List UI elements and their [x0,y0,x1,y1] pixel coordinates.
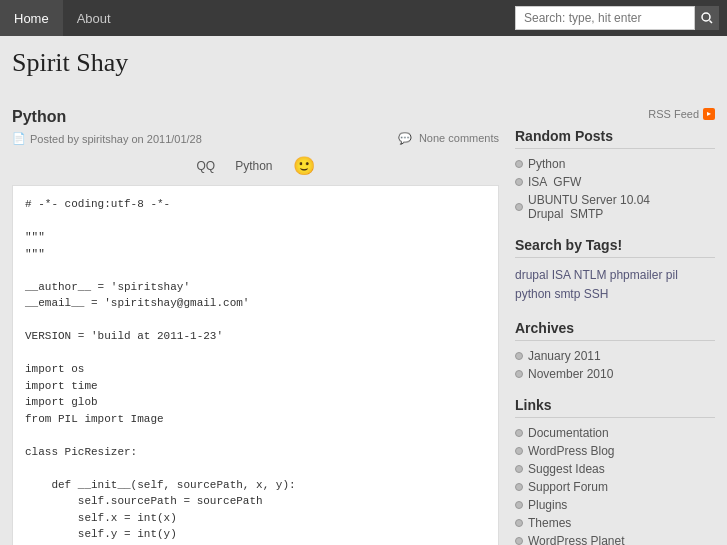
sidebar-section-tags: Search by Tags! drupal ISA NTLM phpmaile… [515,237,715,304]
sidebar-section-title-tags: Search by Tags! [515,237,715,258]
list-item: Support Forum [515,480,715,494]
post-meta-left: 📄 Posted by spiritshay on 2011/01/28 [12,132,202,145]
post-author: Posted by spiritshay on 2011/01/28 [30,133,202,145]
svg-point-0 [702,13,710,21]
archives-list: January 2011 November 2010 [515,349,715,381]
link-wordpress-planet[interactable]: WordPress Planet [528,534,625,545]
list-item: Themes [515,516,715,530]
post-meta: 📄 Posted by spiritshay on 2011/01/28 💬 N… [12,132,499,145]
link-suggest-ideas[interactable]: Suggest Ideas [528,462,605,476]
random-post-python[interactable]: Python [528,157,565,171]
tag-ssh[interactable]: SSH [584,287,609,301]
page-wrapper: Spirit Shay Python 📄 Posted by spiritsha… [0,36,727,545]
sidebar-section-title-random-posts: Random Posts [515,128,715,149]
sidebar-section-title-archives: Archives [515,320,715,341]
list-item: November 2010 [515,367,715,381]
tag-qq[interactable]: QQ [196,159,215,173]
search-area [515,0,727,36]
tag-phpmailer[interactable]: phpmailer [610,268,663,282]
list-item: WordPress Blog [515,444,715,458]
bullet-icon [515,429,523,437]
tag-python[interactable]: Python [235,159,272,173]
bullet-icon [515,465,523,473]
list-item: Python [515,157,715,171]
random-post-isa-gfw[interactable]: ISA GFW [528,175,581,189]
nav-tab-home[interactable]: Home [0,0,63,36]
site-title: Spirit Shay [0,36,727,78]
link-support-forum[interactable]: Support Forum [528,480,608,494]
nav-tab-about[interactable]: About [63,0,125,36]
bullet-icon [515,203,523,211]
sidebar: RSS Feed ▸ Random Posts Python ISA GFW U… [515,108,715,545]
main-content: Python 📄 Posted by spiritshay on 2011/01… [12,108,499,545]
tags-line: drupal ISA NTLM phpmailer pil python smt… [515,266,715,304]
link-wordpress-blog[interactable]: WordPress Blog [528,444,614,458]
archive-jan-2011[interactable]: January 2011 [528,349,601,363]
rss-label: RSS Feed [648,108,699,120]
post-tags-line: QQ Python 🙂 [12,155,499,177]
sidebar-section-title-links: Links [515,397,715,418]
rss-icon[interactable]: ▸ [703,108,715,120]
list-item: ISA GFW [515,175,715,189]
bullet-icon [515,370,523,378]
comment-icon: 💬 [398,132,412,144]
tag-isa[interactable]: ISA [552,268,571,282]
bullet-icon [515,447,523,455]
link-themes[interactable]: Themes [528,516,571,530]
content-area: Python 📄 Posted by spiritshay on 2011/01… [0,92,727,545]
code-block: # -*- coding:utf-8 -*- """ """ __author_… [12,185,499,545]
bullet-icon [515,537,523,545]
document-icon: 📄 [12,132,26,145]
sidebar-section-archives: Archives January 2011 November 2010 [515,320,715,381]
random-posts-list: Python ISA GFW UBUNTU Server 10.04 Drupa… [515,157,715,221]
link-documentation[interactable]: Documentation [528,426,609,440]
search-icon [701,12,713,24]
bullet-icon [515,483,523,491]
rss-area: RSS Feed ▸ [515,108,715,120]
list-item: January 2011 [515,349,715,363]
bullet-icon [515,178,523,186]
bullet-icon [515,352,523,360]
list-item: Documentation [515,426,715,440]
tag-smtp[interactable]: smtp [554,287,580,301]
post-comments-text: None comments [419,132,499,144]
bullet-icon [515,501,523,509]
tag-ntlm[interactable]: NTLM [574,268,607,282]
list-item: UBUNTU Server 10.04 Drupal SMTP [515,193,715,221]
svg-line-1 [710,21,713,24]
archive-nov-2010[interactable]: November 2010 [528,367,613,381]
tag-drupal[interactable]: drupal [515,268,548,282]
sidebar-section-random-posts: Random Posts Python ISA GFW UBUNTU Serve… [515,128,715,221]
top-navigation: Home About [0,0,727,36]
random-post-ubuntu[interactable]: UBUNTU Server 10.04 Drupal SMTP [528,193,715,221]
list-item: Plugins [515,498,715,512]
smiley-icon: 🙂 [293,155,315,177]
sidebar-section-links: Links Documentation WordPress Blog Sugge… [515,397,715,545]
post-comments: 💬 None comments [398,132,499,145]
list-item: WordPress Planet [515,534,715,545]
post-title: Python [12,108,499,126]
tag-pil[interactable]: pil [666,268,678,282]
search-button[interactable] [695,6,719,30]
list-item: Suggest Ideas [515,462,715,476]
bullet-icon [515,160,523,168]
bullet-icon [515,519,523,527]
link-plugins[interactable]: Plugins [528,498,567,512]
search-input[interactable] [515,6,695,30]
tag-python2[interactable]: python [515,287,551,301]
links-list: Documentation WordPress Blog Suggest Ide… [515,426,715,545]
